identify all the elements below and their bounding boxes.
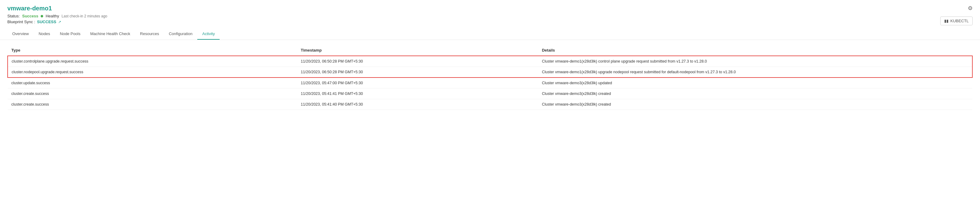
tab-configuration[interactable]: Configuration	[164, 28, 197, 39]
external-link-icon[interactable]: ↗	[58, 20, 61, 24]
row-details: Cluster vmware-demo1(x28d3lk) upgrade no…	[538, 67, 972, 78]
row-type: cluster.update.success	[8, 77, 297, 88]
status-row: Status: Success Healthy Last check-in 2 …	[7, 14, 107, 18]
tabs-nav: Overview Nodes Node Pools Machine Health…	[7, 27, 973, 39]
tab-nodes[interactable]: Nodes	[33, 28, 55, 39]
kubectl-area: ▮▮ KUBECTL	[940, 13, 973, 25]
row-details: Cluster vmware-demo3(x28d3lk) created	[538, 88, 972, 99]
table-body: cluster.controlplane.upgrade.request.suc…	[8, 56, 972, 110]
table-header: Type Timestamp Details	[8, 45, 972, 56]
health-dot-icon	[41, 15, 43, 17]
blueprint-label: Blueprint Sync :	[7, 19, 35, 24]
col-header-type: Type	[8, 45, 297, 56]
table-row: cluster.nodepool.upgrade.request.success…	[8, 67, 972, 78]
blueprint-row: Blueprint Sync : SUCCESS ↗	[7, 19, 107, 24]
tab-node-pools[interactable]: Node Pools	[55, 28, 85, 39]
kubectl-label: KUBECTL	[950, 19, 969, 23]
activity-table-wrapper: Type Timestamp Details cluster.controlpl…	[7, 45, 973, 110]
page-wrapper: vmware-demo1 Status: Success Healthy Las…	[0, 0, 980, 224]
row-details: Cluster vmware-demo3(x28d3lk) updated	[538, 77, 972, 88]
content-area: Type Timestamp Details cluster.controlpl…	[0, 40, 980, 115]
health-text: Healthy	[46, 14, 59, 18]
row-details: Cluster vmware-demo3(x28d3lk) created	[538, 99, 972, 110]
table-row: cluster.create.success 11/20/2023, 05:41…	[8, 88, 972, 99]
last-checkin: Last check-in 2 minutes ago	[62, 14, 107, 18]
table-row: cluster.create.success 11/20/2023, 05:41…	[8, 99, 972, 110]
tab-overview[interactable]: Overview	[7, 28, 33, 39]
activity-table: Type Timestamp Details cluster.controlpl…	[7, 45, 973, 110]
gear-icon[interactable]: ⚙	[968, 5, 973, 12]
tab-activity[interactable]: Activity	[197, 28, 220, 39]
status-label: Status:	[7, 14, 19, 18]
header-top: vmware-demo1 Status: Success Healthy Las…	[7, 5, 973, 27]
table-row: cluster.controlplane.upgrade.request.suc…	[8, 56, 972, 67]
row-type: cluster.nodepool.upgrade.request.success	[8, 67, 297, 78]
blueprint-value: SUCCESS	[37, 19, 56, 24]
terminal-icon: ▮▮	[944, 19, 948, 23]
tab-resources[interactable]: Resources	[135, 28, 164, 39]
row-timestamp: 11/20/2023, 05:41:40 PM GMT+5:30	[297, 99, 538, 110]
col-header-details: Details	[538, 45, 972, 56]
table-header-row: Type Timestamp Details	[8, 45, 972, 56]
header: vmware-demo1 Status: Success Healthy Las…	[0, 0, 980, 40]
row-timestamp: 11/20/2023, 05:41:41 PM GMT+5:30	[297, 88, 538, 99]
row-type: cluster.create.success	[8, 99, 297, 110]
row-timestamp: 11/20/2023, 05:47:00 PM GMT+5:30	[297, 77, 538, 88]
table-row: cluster.update.success 11/20/2023, 05:47…	[8, 77, 972, 88]
status-value: Success	[22, 14, 38, 18]
col-header-timestamp: Timestamp	[297, 45, 538, 56]
tab-machine-health-check[interactable]: Machine Health Check	[85, 28, 135, 39]
header-left: vmware-demo1 Status: Success Healthy Las…	[7, 5, 107, 27]
row-type: cluster.controlplane.upgrade.request.suc…	[8, 56, 297, 67]
row-timestamp: 11/20/2023, 06:50:28 PM GMT+5:30	[297, 56, 538, 67]
kubectl-button[interactable]: ▮▮ KUBECTL	[940, 16, 973, 25]
row-details: Cluster vmware-demo1(x28d3lk) control pl…	[538, 56, 972, 67]
app-title: vmware-demo1	[7, 5, 107, 12]
row-timestamp: 11/20/2023, 06:50:28 PM GMT+5:30	[297, 67, 538, 78]
row-type: cluster.create.success	[8, 88, 297, 99]
